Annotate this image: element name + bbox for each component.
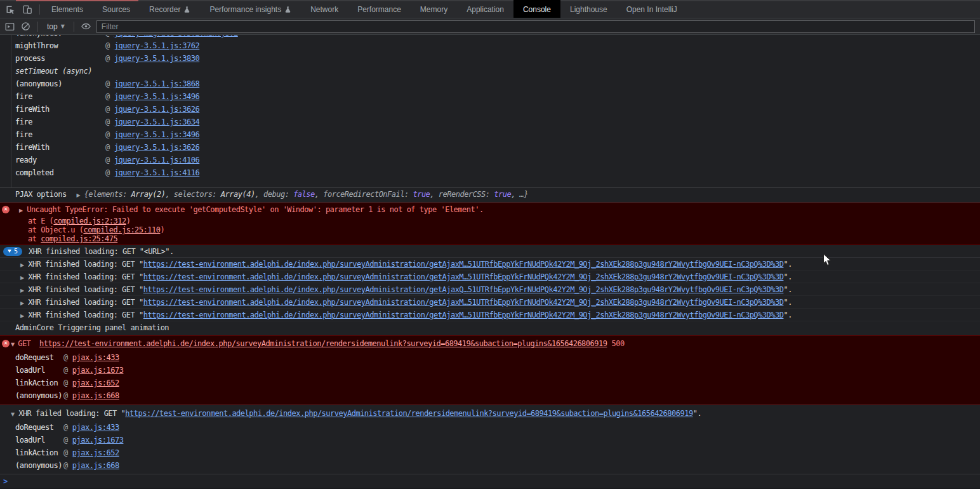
stack-frame-row: ready@jquery-3.5.1.js:4106: [0, 154, 980, 166]
http-method: GET: [18, 339, 30, 348]
request-url-link[interactable]: https://test-environment.adelphi.de/inde…: [143, 272, 784, 281]
at-symbol: @: [63, 459, 68, 472]
admincore-log-row: AdminCore Triggering panel animation: [0, 321, 980, 334]
collapse-caret-icon[interactable]: ▼: [11, 408, 15, 421]
stack-frame-row: setTimeout (async): [0, 65, 980, 77]
get-500-error-block: ✕ ▼GET https://test-environment.adelphi.…: [0, 335, 980, 405]
preview-value: true: [413, 190, 430, 199]
source-link[interactable]: jquery-3.5.1.js:4106: [114, 154, 200, 166]
typeerror-message-block: ✕ ▶Uncaught TypeError: Failed to execute…: [0, 203, 980, 245]
toolbar-divider: [74, 22, 74, 32]
tab-console[interactable]: Console: [513, 0, 560, 18]
request-url-link[interactable]: https://test-environment.adelphi.de/inde…: [39, 339, 607, 348]
preview-value: false: [293, 190, 315, 199]
request-url-link[interactable]: https://test-environment.adelphi.de/inde…: [143, 285, 784, 294]
tab-label: Open In IntelliJ: [626, 5, 677, 14]
tab-performance[interactable]: Performance: [348, 1, 411, 18]
expand-caret-icon[interactable]: ▶: [20, 272, 24, 285]
log-text: XHR finished loading: GET ": [28, 260, 143, 269]
source-link[interactable]: pjax.js:1673: [72, 434, 124, 446]
source-link[interactable]: jquery-3.5.1.js:3830: [114, 52, 200, 65]
source-link[interactable]: pjax.js:668: [72, 389, 119, 402]
source-link[interactable]: jquery-3.5.1.js:3496: [114, 128, 200, 141]
request-url-link[interactable]: https://test-environment.adelphi.de/inde…: [143, 260, 784, 269]
source-link[interactable]: jquery-3.5.1.js:3634: [114, 116, 200, 128]
tab-open-in-intellij[interactable]: Open In IntelliJ: [617, 1, 687, 18]
error-icon: ✕: [2, 206, 10, 213]
console-sidebar-toggle-icon[interactable]: [4, 21, 15, 32]
repeat-count-badge[interactable]: 5: [3, 247, 22, 256]
tab-lighthouse[interactable]: Lighthouse: [560, 1, 617, 18]
preview-separator: ,: [315, 190, 323, 199]
expand-caret-icon[interactable]: ▶: [19, 205, 23, 217]
inspect-element-icon[interactable]: [4, 4, 16, 15]
devtools-window: ElementsSourcesRecorderPerformance insig…: [0, 0, 980, 489]
source-link[interactable]: jquery-3.5.1.js:3762: [114, 39, 200, 52]
stack-frame-function: doRequest: [15, 421, 63, 434]
object-preview[interactable]: {elements: Array(2), selectors: Array(4)…: [84, 190, 528, 199]
execution-context-selector[interactable]: top ▼: [44, 22, 67, 31]
source-link[interactable]: pjax.js:652: [72, 446, 119, 459]
log-text: PJAX options: [15, 190, 67, 199]
source-link[interactable]: jquery-3.5.1.js:3496: [114, 90, 200, 103]
log-text-suffix: ".: [783, 285, 791, 294]
at-symbol: @: [63, 377, 68, 389]
expand-caret-icon[interactable]: ▶: [76, 189, 80, 202]
stack-frame-function: linkAction: [15, 377, 63, 389]
source-link[interactable]: pjax.js:433: [72, 351, 119, 364]
source-link[interactable]: jquery-3.5.1.js:3626: [114, 141, 200, 154]
tab-sources[interactable]: Sources: [93, 1, 140, 18]
request-url-link[interactable]: https://test-environment.adelphi.de/inde…: [125, 409, 692, 418]
request-url-link[interactable]: https://test-environment.adelphi.de/inde…: [143, 311, 784, 319]
preview-separator: ,: [255, 190, 263, 199]
expand-caret-icon[interactable]: ▶: [20, 259, 24, 272]
stack-frame-function: fire: [15, 116, 105, 128]
error-message-text: Uncaught TypeError: Failed to execute 'g…: [27, 205, 484, 214]
console-prompt[interactable]: >: [0, 474, 980, 489]
stack-frame-function: linkAction: [15, 446, 63, 459]
source-link[interactable]: pjax.js:1673: [72, 364, 124, 377]
source-link[interactable]: compiled.js:25:110: [83, 225, 160, 234]
source-link[interactable]: pjax.js:652: [72, 377, 119, 389]
frame-prefix: at E (: [28, 217, 53, 225]
source-link[interactable]: jquery-3.5.1.js:3868: [114, 77, 200, 90]
stack-frame-function: doRequest: [15, 351, 63, 364]
source-link[interactable]: compiled.js:25:475: [41, 234, 117, 243]
tab-performance-insights[interactable]: Performance insights: [200, 1, 301, 18]
stack-frame-function: loadUrl: [15, 434, 63, 446]
source-link[interactable]: pjax.js:668: [72, 459, 119, 472]
tab-label: Performance insights: [209, 5, 281, 14]
request-url-link[interactable]: https://test-environment.adelphi.de/inde…: [143, 298, 784, 307]
log-text: XHR failed loading: GET ": [18, 409, 125, 418]
tab-network[interactable]: Network: [301, 1, 348, 18]
source-link[interactable]: jquery-3.5.1.js:4116: [114, 166, 200, 179]
tab-memory[interactable]: Memory: [411, 1, 457, 18]
source-link[interactable]: jquery-3.5.1.js:3626: [114, 103, 200, 116]
group-header-text: XHR finished loading: GET "<URL>".: [29, 245, 174, 258]
stack-frame-row: fire@jquery-3.5.1.js:3496: [0, 90, 980, 103]
expand-caret-icon[interactable]: ▶: [20, 297, 24, 310]
at-symbol: @: [105, 77, 110, 90]
clear-console-icon[interactable]: [20, 21, 31, 32]
tab-application[interactable]: Application: [457, 1, 513, 18]
source-link[interactable]: jquery-migrate-3.3.2.min.js:2: [114, 35, 238, 39]
stack-frame-function: fire: [15, 128, 105, 141]
console-messages: (anonymous)@jquery-migrate-3.3.2.min.js:…: [0, 35, 980, 489]
stack-frame-row: loadUrl@pjax.js:1673: [0, 434, 980, 446]
expand-caret-icon[interactable]: ▶: [20, 285, 24, 297]
collapse-caret-icon: [8, 250, 11, 253]
source-link[interactable]: compiled.js:2:312: [53, 217, 126, 225]
at-symbol: @: [63, 351, 68, 364]
tab-elements[interactable]: Elements: [42, 1, 93, 18]
device-toolbar-icon[interactable]: [22, 4, 33, 15]
source-link[interactable]: pjax.js:433: [72, 421, 119, 434]
filter-input[interactable]: [96, 20, 975, 33]
collapse-caret-icon[interactable]: ▼: [11, 338, 15, 351]
at-symbol: @: [105, 103, 110, 116]
xhr-log-row: ▶XHR finished loading: GET "https://test…: [0, 271, 980, 283]
live-expression-eye-icon[interactable]: [81, 21, 92, 32]
tab-recorder[interactable]: Recorder: [140, 1, 200, 18]
stack-frame-function: fireWith: [15, 103, 105, 116]
stack-frame-row: fire@jquery-3.5.1.js:3496: [0, 128, 980, 141]
expand-caret-icon[interactable]: ▶: [20, 310, 24, 323]
